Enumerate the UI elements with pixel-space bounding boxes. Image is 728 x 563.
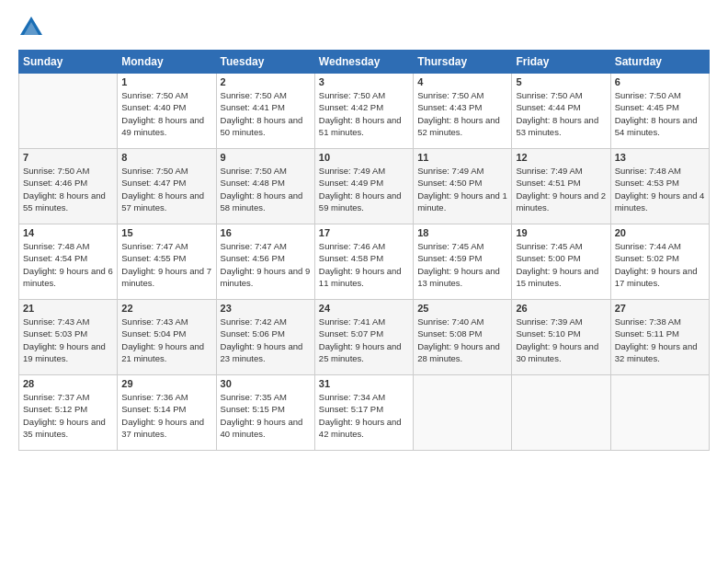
calendar-cell: 16Sunrise: 7:47 AMSunset: 4:56 PMDayligh… bbox=[216, 224, 314, 300]
day-info: Sunrise: 7:50 AMSunset: 4:41 PMDaylight:… bbox=[221, 89, 311, 138]
calendar-cell: 14Sunrise: 7:48 AMSunset: 4:54 PMDayligh… bbox=[19, 224, 118, 300]
day-number: 24 bbox=[319, 303, 409, 314]
day-number: 30 bbox=[221, 378, 311, 389]
day-number: 9 bbox=[221, 152, 311, 163]
header-tuesday: Tuesday bbox=[216, 51, 314, 74]
calendar-cell: 18Sunrise: 7:45 AMSunset: 4:59 PMDayligh… bbox=[414, 224, 512, 300]
day-info: Sunrise: 7:48 AMSunset: 4:54 PMDaylight:… bbox=[23, 240, 113, 289]
day-info: Sunrise: 7:37 AMSunset: 5:12 PMDaylight:… bbox=[23, 391, 113, 440]
calendar-cell: 1Sunrise: 7:50 AMSunset: 4:40 PMDaylight… bbox=[118, 74, 216, 149]
day-number: 15 bbox=[121, 227, 211, 238]
day-info: Sunrise: 7:38 AMSunset: 5:11 PMDaylight:… bbox=[615, 316, 705, 364]
calendar-cell: 3Sunrise: 7:50 AMSunset: 4:42 PMDaylight… bbox=[314, 74, 413, 149]
calendar-cell bbox=[512, 375, 610, 451]
day-number: 4 bbox=[417, 76, 507, 87]
day-info: Sunrise: 7:49 AMSunset: 4:51 PMDaylight:… bbox=[516, 165, 606, 213]
calendar-cell: 24Sunrise: 7:41 AMSunset: 5:07 PMDayligh… bbox=[314, 300, 413, 375]
day-number: 18 bbox=[417, 227, 507, 238]
day-number: 16 bbox=[221, 227, 311, 238]
day-info: Sunrise: 7:47 AMSunset: 4:56 PMDaylight:… bbox=[221, 240, 311, 289]
calendar-cell bbox=[610, 375, 709, 451]
day-info: Sunrise: 7:34 AMSunset: 5:17 PMDaylight:… bbox=[319, 391, 409, 440]
calendar-cell: 30Sunrise: 7:35 AMSunset: 5:15 PMDayligh… bbox=[216, 375, 314, 451]
calendar-table: SundayMondayTuesdayWednesdayThursdayFrid… bbox=[18, 50, 710, 451]
header-friday: Friday bbox=[512, 51, 610, 74]
day-info: Sunrise: 7:50 AMSunset: 4:47 PMDaylight:… bbox=[121, 165, 211, 213]
day-info: Sunrise: 7:35 AMSunset: 5:15 PMDaylight:… bbox=[221, 391, 311, 440]
page-container: SundayMondayTuesdayWednesdayThursdayFrid… bbox=[0, 0, 728, 563]
calendar-cell: 26Sunrise: 7:39 AMSunset: 5:10 PMDayligh… bbox=[512, 300, 610, 375]
day-info: Sunrise: 7:49 AMSunset: 4:49 PMDaylight:… bbox=[319, 165, 409, 213]
day-info: Sunrise: 7:45 AMSunset: 5:00 PMDaylight:… bbox=[516, 240, 606, 289]
day-number: 5 bbox=[516, 76, 606, 87]
day-number: 20 bbox=[615, 227, 705, 238]
calendar-cell: 2Sunrise: 7:50 AMSunset: 4:41 PMDaylight… bbox=[216, 74, 314, 149]
day-number: 10 bbox=[319, 152, 409, 163]
header-monday: Monday bbox=[118, 51, 216, 74]
day-info: Sunrise: 7:44 AMSunset: 5:02 PMDaylight:… bbox=[615, 240, 705, 289]
day-info: Sunrise: 7:42 AMSunset: 5:06 PMDaylight:… bbox=[221, 316, 311, 364]
day-info: Sunrise: 7:50 AMSunset: 4:46 PMDaylight:… bbox=[23, 165, 113, 213]
day-number: 6 bbox=[615, 76, 705, 87]
day-number: 2 bbox=[221, 76, 311, 87]
calendar-cell bbox=[19, 74, 118, 149]
calendar-cell: 28Sunrise: 7:37 AMSunset: 5:12 PMDayligh… bbox=[19, 375, 118, 451]
calendar-cell: 15Sunrise: 7:47 AMSunset: 4:55 PMDayligh… bbox=[118, 224, 216, 300]
day-info: Sunrise: 7:50 AMSunset: 4:43 PMDaylight:… bbox=[417, 89, 507, 138]
header-saturday: Saturday bbox=[610, 51, 709, 74]
calendar-cell: 12Sunrise: 7:49 AMSunset: 4:51 PMDayligh… bbox=[512, 149, 610, 224]
calendar-week-row: 14Sunrise: 7:48 AMSunset: 4:54 PMDayligh… bbox=[19, 224, 710, 300]
day-number: 25 bbox=[417, 303, 507, 314]
day-number: 12 bbox=[516, 152, 606, 163]
day-number: 28 bbox=[23, 378, 113, 389]
day-info: Sunrise: 7:50 AMSunset: 4:40 PMDaylight:… bbox=[121, 89, 211, 138]
day-number: 29 bbox=[121, 378, 211, 389]
day-info: Sunrise: 7:50 AMSunset: 4:42 PMDaylight:… bbox=[319, 89, 409, 138]
day-number: 21 bbox=[23, 303, 113, 314]
day-info: Sunrise: 7:39 AMSunset: 5:10 PMDaylight:… bbox=[516, 316, 606, 364]
calendar-cell: 8Sunrise: 7:50 AMSunset: 4:47 PMDaylight… bbox=[118, 149, 216, 224]
day-info: Sunrise: 7:43 AMSunset: 5:03 PMDaylight:… bbox=[23, 316, 113, 364]
day-number: 14 bbox=[23, 227, 113, 238]
logo-icon bbox=[18, 15, 44, 40]
page-header bbox=[18, 15, 710, 40]
calendar-cell: 13Sunrise: 7:48 AMSunset: 4:53 PMDayligh… bbox=[610, 149, 709, 224]
calendar-cell: 20Sunrise: 7:44 AMSunset: 5:02 PMDayligh… bbox=[610, 224, 709, 300]
day-number: 8 bbox=[121, 152, 211, 163]
calendar-cell: 10Sunrise: 7:49 AMSunset: 4:49 PMDayligh… bbox=[314, 149, 413, 224]
day-info: Sunrise: 7:46 AMSunset: 4:58 PMDaylight:… bbox=[319, 240, 409, 289]
calendar-cell: 5Sunrise: 7:50 AMSunset: 4:44 PMDaylight… bbox=[512, 74, 610, 149]
logo bbox=[18, 15, 48, 40]
day-number: 23 bbox=[221, 303, 311, 314]
header-sunday: Sunday bbox=[19, 51, 118, 74]
day-number: 22 bbox=[121, 303, 211, 314]
day-number: 17 bbox=[319, 227, 409, 238]
calendar-cell: 31Sunrise: 7:34 AMSunset: 5:17 PMDayligh… bbox=[314, 375, 413, 451]
calendar-cell: 9Sunrise: 7:50 AMSunset: 4:48 PMDaylight… bbox=[216, 149, 314, 224]
day-info: Sunrise: 7:50 AMSunset: 4:44 PMDaylight:… bbox=[516, 89, 606, 138]
header-thursday: Thursday bbox=[414, 51, 512, 74]
day-info: Sunrise: 7:43 AMSunset: 5:04 PMDaylight:… bbox=[121, 316, 211, 364]
calendar-week-row: 1Sunrise: 7:50 AMSunset: 4:40 PMDaylight… bbox=[19, 74, 710, 149]
calendar-cell: 23Sunrise: 7:42 AMSunset: 5:06 PMDayligh… bbox=[216, 300, 314, 375]
day-number: 3 bbox=[319, 76, 409, 87]
calendar-cell: 22Sunrise: 7:43 AMSunset: 5:04 PMDayligh… bbox=[118, 300, 216, 375]
day-number: 7 bbox=[23, 152, 113, 163]
day-number: 31 bbox=[319, 378, 409, 389]
day-number: 13 bbox=[615, 152, 705, 163]
calendar-cell: 19Sunrise: 7:45 AMSunset: 5:00 PMDayligh… bbox=[512, 224, 610, 300]
calendar-cell: 21Sunrise: 7:43 AMSunset: 5:03 PMDayligh… bbox=[19, 300, 118, 375]
day-info: Sunrise: 7:41 AMSunset: 5:07 PMDaylight:… bbox=[319, 316, 409, 364]
calendar-header-row: SundayMondayTuesdayWednesdayThursdayFrid… bbox=[19, 51, 710, 74]
calendar-cell: 11Sunrise: 7:49 AMSunset: 4:50 PMDayligh… bbox=[414, 149, 512, 224]
day-info: Sunrise: 7:47 AMSunset: 4:55 PMDaylight:… bbox=[121, 240, 211, 289]
header-wednesday: Wednesday bbox=[314, 51, 413, 74]
calendar-cell: 6Sunrise: 7:50 AMSunset: 4:45 PMDaylight… bbox=[610, 74, 709, 149]
calendar-cell: 29Sunrise: 7:36 AMSunset: 5:14 PMDayligh… bbox=[118, 375, 216, 451]
day-info: Sunrise: 7:50 AMSunset: 4:45 PMDaylight:… bbox=[615, 89, 705, 138]
calendar-cell: 17Sunrise: 7:46 AMSunset: 4:58 PMDayligh… bbox=[314, 224, 413, 300]
day-info: Sunrise: 7:49 AMSunset: 4:50 PMDaylight:… bbox=[417, 165, 507, 213]
day-number: 11 bbox=[417, 152, 507, 163]
day-number: 19 bbox=[516, 227, 606, 238]
calendar-cell bbox=[414, 375, 512, 451]
